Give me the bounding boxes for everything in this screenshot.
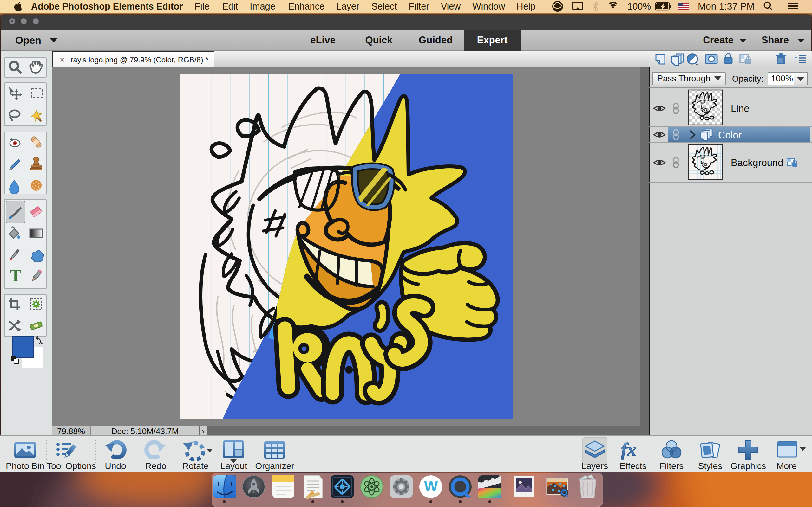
svg-text:fx: fx [621,439,636,460]
svg-text:Line: Line [731,103,750,114]
svg-text:Color: Color [718,130,742,141]
svg-text:Background: Background [731,157,783,168]
svg-text:T: T [10,267,21,285]
svg-text:Mon 1:37 PM: Mon 1:37 PM [698,1,754,11]
svg-text:Opacity:: Opacity: [732,74,763,83]
svg-text:Pass Through: Pass Through [657,74,711,83]
svg-text:100%: 100% [627,1,651,11]
svg-text:W: W [424,478,438,494]
svg-text:100%: 100% [771,74,793,83]
